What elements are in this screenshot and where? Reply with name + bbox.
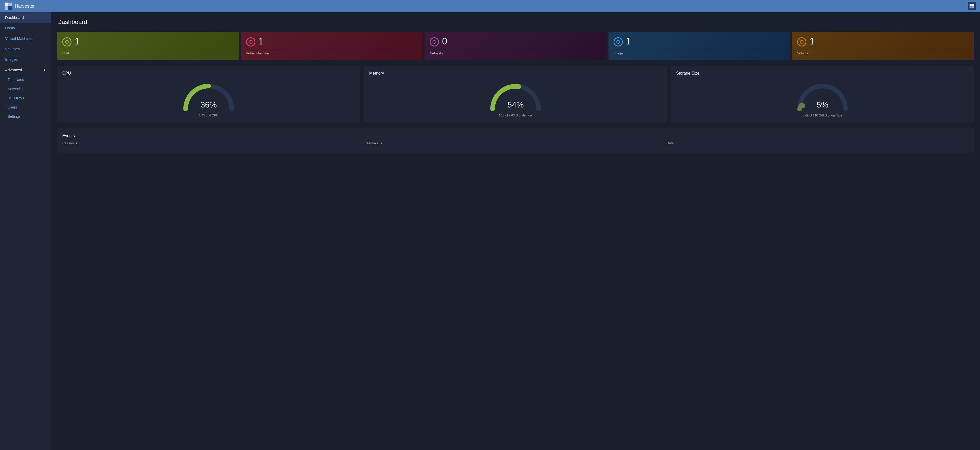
app-logo (4, 2, 12, 10)
svg-rect-1 (8, 3, 12, 6)
vm-count: 1 (258, 37, 264, 46)
sidebar-item-networks[interactable]: Networks (0, 84, 51, 94)
topbar-grid-icon[interactable] (968, 2, 976, 10)
gauge-card-cpu: CPU 36% 1.45 of 4 CPU (57, 66, 360, 122)
volume-count: 1 (810, 37, 815, 46)
svg-rect-5 (972, 4, 974, 6)
host-label: Host (62, 51, 234, 55)
svg-rect-3 (8, 6, 12, 10)
app-title: Harvester (15, 3, 35, 9)
sidebar-item-virtual-machines[interactable]: Virtual Machines (0, 33, 51, 44)
gauge-storage-title: Storage Size (676, 71, 700, 76)
sidebar-item-dashboard[interactable]: Dashboard (0, 12, 51, 23)
stat-card-vm[interactable]: 1 Virtual Machine (241, 32, 423, 60)
page-title: Dashboard (57, 18, 974, 25)
image-icon (614, 37, 623, 46)
gauge-storage-visual: 5% (794, 81, 851, 111)
gauge-cpu-percent: 36% (200, 100, 217, 110)
chevron-up-icon: ▲ (43, 68, 46, 72)
topbar: Harvester (0, 0, 980, 12)
vm-label: Virtual Machine (246, 51, 418, 55)
stat-cards: 1 Host 1 Virtual Machine (57, 32, 974, 60)
gauge-memory-title: Memory (369, 71, 384, 76)
gauge-cpu-sub: 1.45 of 4 CPU (199, 114, 218, 117)
events-col-date[interactable]: Date (667, 141, 969, 145)
image-label: Image (614, 51, 785, 55)
main-content: Dashboard 1 Host 1 (51, 12, 980, 450)
sidebar-item-ssh-keys[interactable]: SSH Keys (0, 94, 51, 103)
svg-rect-7 (972, 6, 974, 8)
volume-label: Volume (797, 51, 969, 55)
gauge-memory-visual: 54% (487, 81, 544, 111)
events-section: Events Reason ▲ Resource ▲ Date (57, 129, 974, 153)
sidebar: Dashboard Hosts Virtual Machines Volumes… (0, 12, 51, 450)
events-table-header: Reason ▲ Resource ▲ Date (62, 141, 969, 147)
networks-count: 0 (442, 37, 447, 46)
gauge-memory-sub: 4.13 of 7.63 GiB Memory (498, 114, 532, 117)
sort-asc-icon-2: ▲ (380, 141, 383, 145)
gauge-storage-percent: 5% (816, 100, 828, 110)
volume-icon (797, 37, 807, 46)
gauge-storage-sub: 5.49 of 110 GiB Storage Size (803, 114, 842, 117)
stat-card-host[interactable]: 1 Host (57, 32, 239, 60)
gauge-memory-percent: 54% (508, 100, 524, 110)
host-count: 1 (75, 37, 80, 46)
gauge-card-memory: Memory 54% 4.13 of 7.63 GiB Memory (364, 66, 667, 122)
svg-rect-4 (969, 4, 972, 6)
sidebar-item-images[interactable]: Images (0, 54, 51, 65)
networks-label: Networks (430, 51, 601, 55)
topbar-actions (968, 2, 976, 10)
image-count: 1 (626, 37, 631, 46)
stat-card-volume[interactable]: 1 Volume (792, 32, 974, 60)
gauge-cpu-visual: 36% (181, 81, 237, 111)
svg-rect-0 (5, 3, 8, 6)
sidebar-item-hosts[interactable]: Hosts (0, 23, 51, 33)
gauge-card-storage: Storage Size 5% 5.49 of 110 GiB Stora (671, 66, 974, 122)
sort-asc-icon: ▲ (75, 141, 78, 145)
gauges-section: CPU 36% 1.45 of 4 CPU (57, 66, 974, 122)
stat-card-networks[interactable]: 0 Networks (425, 32, 606, 60)
vm-icon (246, 37, 255, 46)
sidebar-advanced-label: Advanced (5, 68, 22, 72)
svg-rect-2 (5, 6, 8, 10)
events-col-resource[interactable]: Resource ▲ (364, 141, 667, 145)
host-icon (62, 37, 72, 46)
networks-icon (430, 37, 439, 46)
sidebar-item-templates[interactable]: Templates (0, 75, 51, 84)
svg-rect-6 (969, 6, 972, 8)
sidebar-advanced-section[interactable]: Advanced ▲ (0, 65, 51, 75)
events-col-reason[interactable]: Reason ▲ (62, 141, 364, 145)
svg-rect-8 (801, 104, 805, 108)
sidebar-item-users[interactable]: Users (0, 103, 51, 112)
stat-card-image[interactable]: 1 Image (608, 32, 790, 60)
sidebar-item-settings[interactable]: Settings (0, 112, 51, 121)
events-title: Events (62, 134, 969, 138)
gauge-cpu-title: CPU (62, 71, 71, 76)
sidebar-item-volumes[interactable]: Volumes (0, 44, 51, 54)
